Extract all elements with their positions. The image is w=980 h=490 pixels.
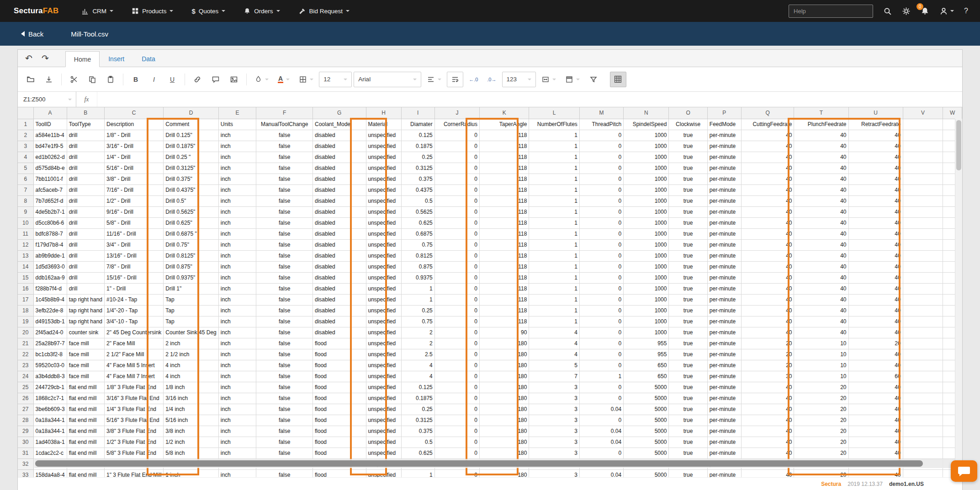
cell[interactable] — [903, 360, 943, 371]
cell[interactable]: 118 — [480, 206, 529, 217]
cell[interactable]: 118 — [480, 217, 529, 228]
cell[interactable]: true — [669, 327, 707, 338]
cell[interactable]: 0 — [434, 294, 479, 305]
cell[interactable]: 1 — [529, 174, 579, 184]
cell[interactable]: 1000 — [624, 206, 669, 217]
cell[interactable]: 40 — [741, 448, 794, 458]
cell[interactable]: 0 — [579, 130, 623, 141]
cell[interactable]: 0 — [579, 360, 623, 371]
cell[interactable]: 40 — [794, 163, 848, 174]
cell[interactable]: disabled — [313, 316, 366, 327]
cell[interactable]: false — [256, 469, 313, 477]
cell[interactable]: unspecified — [366, 305, 401, 316]
cell[interactable] — [903, 141, 943, 152]
cell[interactable]: 0 — [579, 305, 623, 316]
cell[interactable]: 0 — [434, 130, 479, 141]
cell[interactable]: per-minute — [707, 283, 741, 294]
cell[interactable]: 20 — [848, 338, 903, 349]
font-family-select[interactable]: Arial — [354, 72, 421, 87]
cell[interactable]: disabled — [313, 152, 366, 163]
row-header-18[interactable]: 18 — [18, 305, 33, 316]
cell[interactable]: disabled — [313, 239, 366, 250]
cell[interactable]: 40 — [848, 163, 903, 174]
cell[interactable]: 40 — [741, 437, 794, 448]
cell[interactable]: false — [256, 448, 313, 458]
cell[interactable]: bd47e1f9-5 — [33, 141, 67, 152]
cell[interactable]: 40 — [741, 184, 794, 195]
cell[interactable]: 0.1875 — [401, 141, 434, 152]
formula-input[interactable] — [97, 92, 962, 107]
cell[interactable]: per-minute — [707, 250, 741, 261]
cell[interactable]: 5000 — [624, 426, 669, 437]
cell[interactable]: 40 — [848, 250, 903, 261]
cell[interactable]: 40 — [741, 141, 794, 152]
cell[interactable]: 40 — [741, 382, 794, 393]
cell[interactable]: 1 — [529, 316, 579, 327]
cell[interactable]: per-minute — [707, 327, 741, 338]
cell[interactable]: 118 — [480, 163, 529, 174]
cell[interactable]: 0 — [434, 404, 479, 415]
cell[interactable]: true — [669, 152, 707, 163]
cell[interactable]: TaperAngle — [480, 119, 529, 130]
cell[interactable]: 0.875 — [401, 261, 434, 272]
cell[interactable]: 40 — [741, 250, 794, 261]
cell[interactable]: inch — [218, 426, 256, 437]
row-header-25[interactable]: 25 — [18, 382, 33, 393]
cell[interactable]: 1 — [529, 294, 579, 305]
cell[interactable]: 15/16" - Drill — [105, 272, 164, 283]
cell[interactable]: 40 — [741, 469, 794, 477]
cell[interactable]: 59520c03-0 — [33, 360, 67, 371]
cell[interactable]: 3 — [529, 448, 579, 458]
cell[interactable]: false — [256, 250, 313, 261]
cell[interactable]: CornerRadius — [434, 119, 479, 130]
cell[interactable]: tap right hand — [67, 316, 104, 327]
cell[interactable]: unspecified — [366, 217, 401, 228]
cell[interactable]: 3 — [529, 404, 579, 415]
cell[interactable]: 40 — [794, 294, 848, 305]
cell[interactable]: 20 — [794, 393, 848, 404]
cell[interactable]: 0 — [579, 184, 623, 195]
cell[interactable]: flat end mill — [67, 393, 104, 404]
cell[interactable]: 3 — [529, 426, 579, 437]
underline-button[interactable]: U — [164, 72, 180, 87]
cell[interactable]: per-minute — [707, 469, 741, 477]
cell[interactable]: Drill 0.5625" — [164, 206, 218, 217]
cell[interactable]: 3 — [529, 437, 579, 448]
cell[interactable]: 0.6875 — [401, 228, 434, 239]
cell[interactable]: 1000 — [624, 316, 669, 327]
cell[interactable]: 0 — [579, 152, 623, 163]
cell[interactable]: 7/16" - Drill — [105, 184, 164, 195]
cell[interactable]: 0.625 — [401, 448, 434, 458]
cell[interactable]: 40 — [848, 415, 903, 426]
cell[interactable]: 180 — [480, 349, 529, 360]
cell[interactable]: true — [669, 261, 707, 272]
horizontal-scrollbar-thumb[interactable] — [35, 460, 923, 467]
cell[interactable]: false — [256, 349, 313, 360]
cell[interactable]: 40 — [741, 261, 794, 272]
column-header-E[interactable]: E — [218, 107, 256, 119]
cell[interactable]: true — [669, 283, 707, 294]
cell[interactable]: 7 — [529, 371, 579, 382]
cell[interactable]: 40 — [848, 404, 903, 415]
cell[interactable]: 40 — [741, 239, 794, 250]
name-box[interactable]: Z1:Z500 — [18, 92, 76, 107]
cell[interactable]: inch — [218, 174, 256, 184]
cell[interactable]: disabled — [313, 305, 366, 316]
cell[interactable]: disabled — [313, 250, 366, 261]
cell[interactable]: 180 — [480, 426, 529, 437]
cell[interactable]: per-minute — [707, 184, 741, 195]
cell[interactable]: drill — [67, 184, 104, 195]
cell[interactable]: bc1cb3f2-8 — [33, 349, 67, 360]
cell[interactable]: 0 — [579, 174, 623, 184]
cell[interactable]: 1/4" - Drill — [105, 152, 164, 163]
cell[interactable]: 4" Face Mill 7 Insert — [105, 371, 164, 382]
app-logo[interactable]: SecturaFAB — [14, 6, 58, 16]
comment-button[interactable] — [207, 72, 224, 87]
cell[interactable]: 0 — [434, 261, 479, 272]
cell[interactable]: per-minute — [707, 130, 741, 141]
cell[interactable]: flood — [313, 426, 366, 437]
cell[interactable]: 40 — [848, 349, 903, 360]
cell[interactable]: true — [669, 469, 707, 477]
cell[interactable]: 0 — [579, 294, 623, 305]
horizontal-scrollbar[interactable] — [34, 459, 955, 468]
